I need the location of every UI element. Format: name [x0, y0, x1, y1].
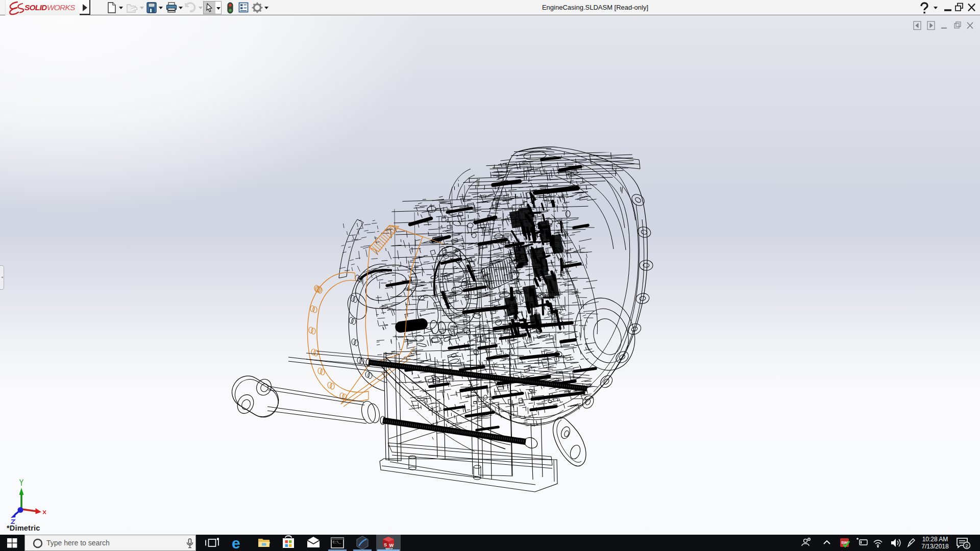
svg-text:2: 2	[966, 543, 968, 548]
svg-text:WORKS: WORKS	[47, 3, 76, 12]
svg-text:SOLID: SOLID	[24, 3, 47, 12]
svg-text:S: S	[384, 542, 387, 547]
svg-text:e: e	[232, 535, 240, 551]
svg-text:C:\_: C:\_	[333, 541, 341, 544]
